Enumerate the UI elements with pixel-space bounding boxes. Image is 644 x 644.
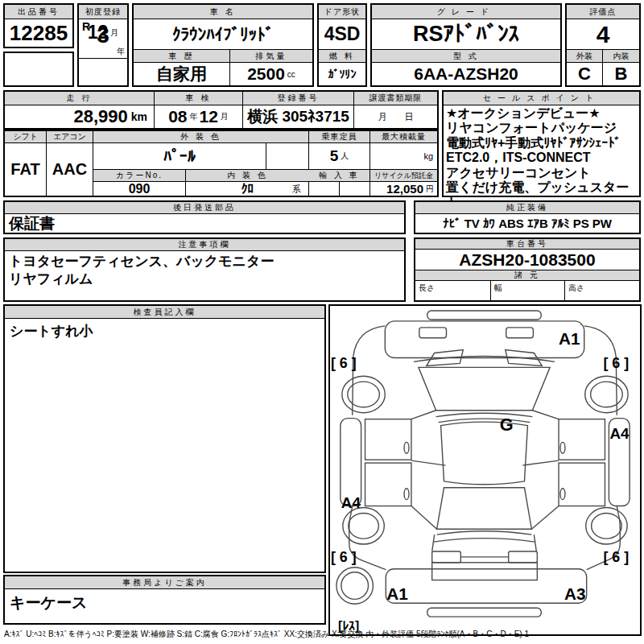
notes-box: 注意事項欄 トヨタセーフティセンス、バックモニター リヤフィルム [3, 237, 406, 302]
capacity-value: 5 [330, 147, 339, 165]
exterior-color-extra-cell [266, 143, 309, 170]
interior-label: 内装 [603, 50, 639, 63]
later-parts-box: 後日発送部品 保証書 [3, 200, 406, 234]
displacement-label: 排気量 [230, 50, 312, 63]
fuel-value: ｶﾞｿﾘﾝ [319, 63, 365, 85]
door-shape-value: 4SD [319, 19, 365, 50]
max-load-value: kg [370, 143, 437, 170]
tire-front-right-mark: [ 6 ] [603, 355, 629, 371]
car-name-label: 車 名 [134, 5, 312, 19]
color-shift-grid: シフト FAT エアコン AAC 外 装 色 ﾊﾟｰﾙ カラーNo. 090 内… [3, 130, 439, 197]
mileage-unit: km [131, 110, 147, 123]
later-parts-label: 後日発送部品 [5, 202, 404, 214]
front-bumper-mark: A1 [559, 329, 580, 348]
later-parts-value: 保証書 [5, 214, 404, 233]
displacement-unit: cc [287, 70, 295, 79]
empty-box [3, 52, 74, 87]
interior-color-value: ｸﾛ [242, 182, 254, 196]
score-value: 4 [567, 19, 639, 50]
auction-no-label: 出品番号 [5, 5, 72, 19]
sales-point-line: ETC2.0，ITS-CONNECT [446, 151, 637, 165]
spec-height-label: 高さ [565, 281, 639, 300]
interior-color-label: 内 装 色 [186, 170, 309, 182]
year-unit: 年 [117, 46, 125, 57]
auction-no-box: 出品番号 12285 [3, 3, 74, 48]
interior-grade: B [603, 63, 639, 85]
grade-box: グレード RSｱﾄﾞﾊﾞﾝｽ 型 式 6AA-AZSH20 [370, 3, 562, 87]
sill-right-mark: A4 [609, 425, 630, 442]
color-no-value: 090 [93, 182, 186, 196]
equipment-box: 純正装備 ﾅﾋﾞ TV ｶﾜ ABS ｴｱB ｱﾙﾐ PS PW [414, 200, 641, 234]
displacement-value: 2500 [247, 64, 285, 84]
rear-bumper-left-mark: A1 [386, 584, 408, 603]
notes-line: トヨタセーフティセンス、バックモニター [9, 253, 400, 270]
sales-point-line: リヤコンフォートパッケージ [446, 121, 637, 135]
car-name-box: 車 名 ｸﾗｳﾝﾊｲﾌﾞﾘｯﾄﾞ 車 歴 自家用 排気量 2500 cc [132, 3, 314, 87]
first-registration-label: 初度登録 [79, 5, 127, 19]
chassis-label: 車台番号 [415, 239, 639, 250]
fuel-label: 燃 料 [319, 50, 365, 63]
recycle-fee-label: リサイクル預託金 [370, 170, 437, 182]
exterior-label: 外装 [567, 50, 603, 63]
first-registration-year-cell: R 3 年 [79, 19, 127, 59]
transfer-doc-value: 月 日 [354, 105, 437, 128]
score-box: 評価点 4 外装 C 内装 B [565, 3, 641, 87]
import-label: 輸 入 車 [309, 170, 369, 182]
capacity-label: 乗車定員 [309, 131, 369, 143]
capacity-unit: 人 [341, 151, 349, 162]
inspection-month: 12 [200, 107, 218, 126]
office-label: 事務局よりご案内 [5, 576, 324, 589]
exterior-color-label: 外 装 色 [93, 131, 308, 143]
aircon-label: エアコン [47, 131, 93, 143]
sales-points-box: セールスポイント ★オークションデビュー★ リヤコンフォートパッケージ 電動式ﾘ… [442, 90, 641, 197]
exterior-grade: C [567, 63, 603, 85]
notes-line: リヤフィルム [9, 270, 400, 288]
max-load-label: 最大積載量 [370, 131, 437, 143]
mileage-label: 走 行 [5, 92, 154, 105]
grade-label: グレード [372, 5, 560, 19]
chassis-box: 車台番号 AZSH20-1083500 諸 元 長さ 幅 高さ [414, 237, 641, 302]
tire-front-left-mark: [ 6 ] [331, 355, 357, 371]
spec-length-label: 長さ [415, 281, 491, 300]
door-shape-label: ドア形状 [319, 5, 365, 19]
registration-no-label: 登録番号 [243, 92, 353, 105]
grade-value: RSｱﾄﾞﾊﾞﾝｽ [372, 19, 560, 50]
inspection-label: 車 検 [155, 92, 242, 105]
legend-text: A:ｷｽﾞ U:ﾍｺﾐ B:ｷｽﾞを伴うﾍｺﾐ P:要塗装 W:補修跡 S:錆 … [4, 629, 642, 642]
damage-diagram-box: A1 [ 6 ] [ 6 ] G A4 A4 [ 6 ] [ 6 ] A1 A3… [328, 304, 642, 636]
era-letter: R [82, 20, 90, 33]
shift-value: FAT [5, 143, 46, 196]
transfer-doc-label: 譲渡書類期限 [354, 92, 437, 105]
first-registration-box: 初度登録 R 3 年 12 月 [77, 3, 129, 87]
tire-rear-left-mark: [ 6 ] [331, 549, 357, 565]
history-label: 車 歴 [134, 50, 230, 63]
interior-color-suffix: 系 [292, 184, 301, 196]
notes-label: 注意事項欄 [5, 239, 404, 251]
sales-point-line: ★オークションデビュー★ [446, 106, 637, 121]
spec-width-label: 幅 [491, 281, 565, 300]
equipment-label: 純正装備 [415, 202, 639, 214]
model-value: 6AA-AZSH20 [372, 63, 560, 85]
aircon-value: AAC [47, 143, 93, 196]
era-year: 3 [97, 23, 109, 48]
door-shape-box: ドア形状 4SD 燃 料 ｶﾞｿﾘﾝ [317, 3, 367, 87]
auction-no-value: 12285 [5, 19, 72, 47]
inspector-box: 検査員記入欄 シートすれ小 [3, 304, 326, 573]
sill-left-mark: A4 [341, 495, 361, 512]
history-value: 自家用 [134, 63, 230, 85]
color-no-label: カラーNo. [93, 170, 186, 182]
chassis-value: AZSH20-1083500 [415, 250, 639, 270]
inspection-month-unit: 月 [221, 111, 229, 122]
registration-no-value: 横浜 305ﾈ3715 [243, 105, 353, 128]
inspector-note: シートすれ小 [5, 319, 324, 344]
import-cell-1 [309, 182, 340, 196]
mileage-row-box: 走 行 28,990 km 車 検 08 年 12 月 登録番号 横浜 305ﾈ… [3, 90, 439, 130]
shift-label: シフト [5, 131, 46, 143]
car-outline-diagram: A1 [ 6 ] [ 6 ] G A4 A4 [ 6 ] [ 6 ] A1 A3… [330, 306, 640, 634]
office-note: キーケース [5, 589, 324, 617]
recycle-fee-unit: 円 [426, 184, 434, 195]
inspector-label: 検査員記入欄 [5, 306, 324, 319]
exterior-color-value: ﾊﾟｰﾙ [93, 143, 266, 169]
equipment-value: ﾅﾋﾞ TV ｶﾜ ABS ｴｱB ｱﾙﾐ PS PW [415, 214, 639, 233]
inspection-year: 08 [168, 107, 187, 126]
